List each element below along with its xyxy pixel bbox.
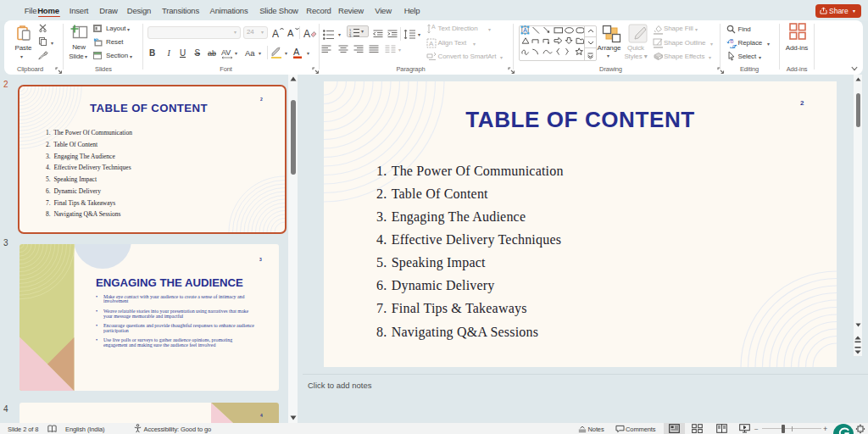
svg-text:A: A [431,24,436,30]
svg-text:AV: AV [221,48,231,57]
svg-text:A: A [293,47,300,57]
svg-text:A: A [287,28,294,38]
svg-text:A: A [523,27,527,33]
svg-text:3: 3 [349,34,352,37]
svg-text:A: A [272,28,279,38]
svg-text:A: A [303,28,310,38]
svg-text:A: A [429,40,434,47]
